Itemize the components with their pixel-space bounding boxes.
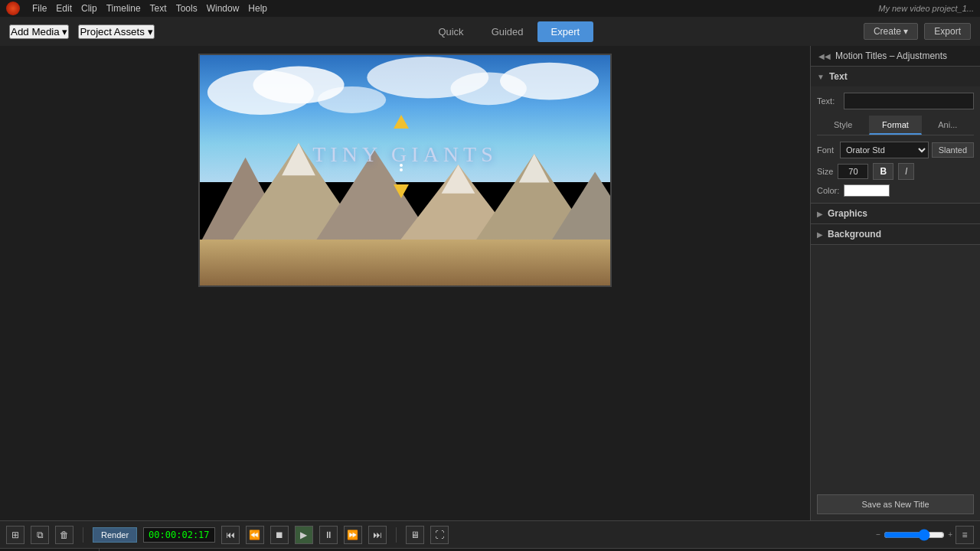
mode-expert[interactable]: Expert: [537, 21, 594, 42]
svg-marker-14: [519, 154, 550, 183]
menu-text[interactable]: Text: [150, 3, 167, 14]
svg-point-5: [318, 86, 386, 113]
fullscreen-btn[interactable]: ⛶: [430, 526, 449, 544]
mode-tabs: Quick Guided Expert: [424, 21, 593, 42]
graphics-section-title: Graphics: [828, 208, 867, 219]
text-section-content: Text: Style Format Ani... Font Orator St…: [811, 86, 980, 203]
italic-button[interactable]: I: [898, 163, 914, 180]
panel-title: Motion Titles – Adjustments: [835, 51, 947, 61]
bold-button[interactable]: B: [873, 163, 893, 180]
svg-marker-12: [282, 143, 315, 175]
font-select[interactable]: Orator Std: [840, 142, 929, 158]
app-logo: [6, 2, 20, 15]
panel-collapse-button[interactable]: ◀◀: [818, 52, 831, 60]
render-button[interactable]: Render: [93, 527, 137, 543]
color-swatch[interactable]: [844, 184, 890, 197]
text-section-title: Text: [829, 71, 848, 82]
main-content: TINY GIANTS ◀◀ Motion Titles – Adjustmen…: [0, 46, 980, 520]
panel-header: ◀◀ Motion Titles – Adjustments: [811, 46, 980, 67]
color-label: Color:: [817, 186, 839, 195]
preview-area: TINY GIANTS: [0, 46, 810, 520]
export-button[interactable]: Export: [924, 23, 971, 40]
transport-pause[interactable]: ⏸: [319, 526, 338, 544]
preview-window[interactable]: TINY GIANTS: [198, 54, 612, 287]
svg-point-4: [500, 63, 599, 100]
zoom-slider[interactable]: [884, 529, 945, 541]
mode-quick[interactable]: Quick: [424, 21, 477, 42]
add-media-button[interactable]: Add Media ▾: [9, 24, 69, 39]
background-section: ▶ Background: [811, 224, 980, 245]
timeline-delete-btn[interactable]: 🗑: [55, 526, 74, 544]
timeline-icon-2[interactable]: ⧉: [31, 526, 49, 544]
size-label: Size: [817, 167, 833, 176]
transport-end[interactable]: ⏭: [368, 526, 387, 544]
format-tabs: Style Format Ani...: [817, 116, 974, 135]
zoom-area: − + ≡: [876, 526, 974, 544]
main-toolbar: Add Media ▾ Project Assets ▾ Quick Guide…: [0, 17, 980, 46]
zoom-plus-icon: +: [948, 530, 952, 539]
project-name: My new video project_1...: [878, 4, 974, 13]
menu-items: File Edit Clip Timeline Text Tools Windo…: [32, 3, 267, 14]
timeline-icon-1[interactable]: ⊞: [6, 526, 24, 544]
panel-footer: Save as New Title: [811, 488, 980, 520]
timeline: ⊞ ⧉ 🗑 Render 00:00:02:17 ⏮ ⏪ ⏹ ▶ ⏸ ⏩ ⏭ 🖥…: [0, 520, 980, 551]
transport-start[interactable]: ⏮: [221, 526, 240, 544]
menu-clip[interactable]: Clip: [81, 3, 97, 14]
background-section-title: Background: [828, 229, 881, 240]
menu-bar-left: File Edit Clip Timeline Text Tools Windo…: [6, 2, 267, 15]
right-panel: ◀◀ Motion Titles – Adjustments ▼ Text Te…: [810, 46, 980, 520]
text-section-arrow: ▼: [817, 73, 825, 81]
text-input[interactable]: [844, 93, 974, 109]
toolbar-left: Add Media ▾ Project Assets ▾: [9, 24, 155, 39]
create-button[interactable]: Create ▾: [864, 23, 918, 40]
project-assets-button[interactable]: Project Assets ▾: [78, 24, 154, 39]
font-style-button[interactable]: Slanted: [932, 142, 974, 158]
text-field-row: Text:: [817, 93, 974, 109]
menu-tools[interactable]: Tools: [176, 3, 198, 14]
graphics-section-header[interactable]: ▶ Graphics: [811, 204, 980, 223]
toolbar-divider-2: [396, 527, 397, 543]
handle-mid: [400, 164, 403, 171]
menu-window[interactable]: Window: [207, 3, 240, 14]
text-section: ▼ Text Text: Style Format Ani... Font: [811, 67, 980, 204]
svg-marker-13: [442, 165, 475, 194]
handle-dot-1: [400, 164, 403, 167]
arrow-up-indicator: [394, 115, 409, 129]
zoom-minus-icon: −: [876, 530, 880, 539]
menu-help[interactable]: Help: [248, 3, 267, 14]
transport-play[interactable]: ▶: [295, 526, 313, 544]
format-tab[interactable]: Format: [869, 116, 921, 135]
preview-ground: [200, 240, 610, 285]
size-row: Size B I: [817, 163, 974, 180]
arrow-down-indicator: [394, 184, 409, 198]
text-field-label: Text:: [817, 96, 844, 106]
menu-file[interactable]: File: [32, 3, 47, 14]
monitor-btn[interactable]: 🖥: [406, 526, 424, 544]
save-title-button[interactable]: Save as New Title: [817, 494, 974, 514]
text-section-header[interactable]: ▼ Text: [811, 67, 980, 86]
menu-bar: File Edit Clip Timeline Text Tools Windo…: [0, 0, 980, 17]
style-tab[interactable]: Style: [817, 116, 869, 135]
handle-dot-2: [400, 168, 403, 171]
toolbar-right: Create ▾ Export: [864, 23, 971, 40]
menu-timeline[interactable]: Timeline: [106, 3, 141, 14]
transport-stop[interactable]: ⏹: [270, 526, 289, 544]
ani-tab[interactable]: Ani...: [922, 116, 974, 135]
font-row: Font Orator Std Slanted: [817, 142, 974, 158]
toolbar-divider: [83, 527, 83, 543]
menu-edit[interactable]: Edit: [56, 3, 72, 14]
preview-title: TINY GIANTS: [312, 142, 498, 167]
timeline-settings-btn[interactable]: ≡: [956, 526, 974, 544]
timeline-toolbar: ⊞ ⧉ 🗑 Render 00:00:02:17 ⏮ ⏪ ⏹ ▶ ⏸ ⏩ ⏭ 🖥…: [0, 521, 980, 549]
color-row: Color:: [817, 184, 974, 197]
mode-guided[interactable]: Guided: [478, 21, 537, 42]
size-input[interactable]: [838, 164, 868, 179]
graphics-section: ▶ Graphics: [811, 204, 980, 224]
background-section-header[interactable]: ▶ Background: [811, 224, 980, 244]
timecode-display: 00:00:02:17: [143, 527, 214, 543]
transport-ff[interactable]: ⏩: [344, 526, 362, 544]
graphics-section-arrow: ▶: [817, 210, 823, 218]
transport-rewind[interactable]: ⏪: [246, 526, 264, 544]
background-section-arrow: ▶: [817, 230, 823, 239]
font-label: Font: [817, 145, 834, 155]
